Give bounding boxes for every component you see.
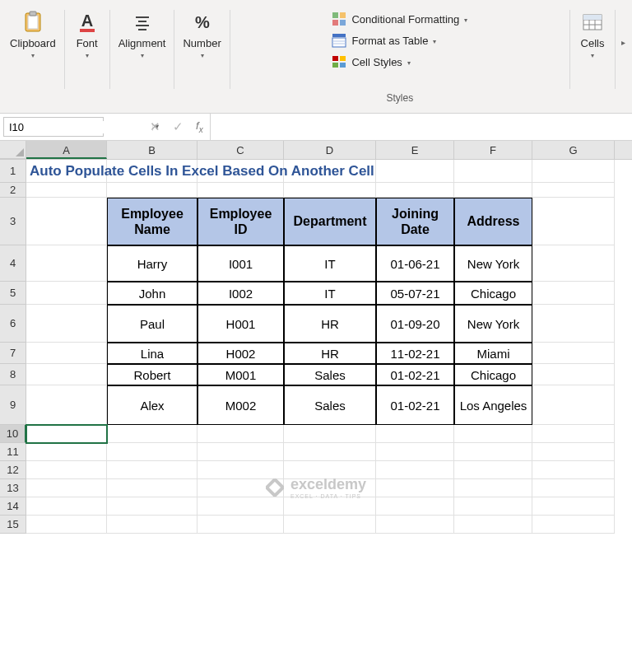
cell-E12[interactable] bbox=[376, 461, 454, 479]
column-header-G[interactable]: G bbox=[532, 141, 615, 159]
row-header-1[interactable]: 1 bbox=[0, 160, 26, 183]
cell-A12[interactable] bbox=[26, 461, 107, 479]
cell-D7[interactable]: HR bbox=[284, 343, 376, 364]
cell-C12[interactable] bbox=[198, 461, 284, 479]
cell-C7[interactable]: H002 bbox=[198, 343, 284, 364]
column-header-E[interactable]: E bbox=[376, 141, 454, 159]
accept-formula-button[interactable]: ✓ bbox=[166, 119, 189, 134]
cell-D5[interactable]: IT bbox=[284, 282, 376, 305]
cell-G7[interactable] bbox=[532, 343, 615, 364]
cell-G11[interactable] bbox=[532, 443, 615, 461]
cell-F6[interactable]: New York bbox=[454, 305, 532, 343]
format-as-table-button[interactable]: Format as Table ▾ bbox=[328, 31, 439, 49]
cancel-formula-button[interactable]: ✕ bbox=[143, 119, 166, 134]
cell-C3[interactable]: Employee ID bbox=[198, 198, 284, 245]
cell-styles-button[interactable]: Cell Styles ▾ bbox=[328, 53, 413, 71]
cell-E5[interactable]: 05-07-21 bbox=[376, 282, 454, 305]
cell-F3[interactable]: Address bbox=[454, 198, 532, 245]
cell-B14[interactable] bbox=[107, 497, 198, 516]
cell-A6[interactable] bbox=[26, 305, 107, 343]
cell-A4[interactable] bbox=[26, 245, 107, 282]
cell-A3[interactable] bbox=[26, 198, 107, 245]
row-header-9[interactable]: 9 bbox=[0, 385, 26, 425]
cell-F8[interactable]: Chicago bbox=[454, 364, 532, 385]
row-header-7[interactable]: 7 bbox=[0, 343, 26, 364]
cell-E10[interactable] bbox=[376, 425, 454, 443]
cell-D9[interactable]: Sales bbox=[284, 385, 376, 425]
cell-B8[interactable]: Robert bbox=[107, 364, 198, 385]
cell-F1[interactable] bbox=[454, 160, 532, 183]
cell-A7[interactable] bbox=[26, 343, 107, 364]
cell-F15[interactable] bbox=[454, 516, 532, 534]
cell-D8[interactable]: Sales bbox=[284, 364, 376, 385]
cell-E14[interactable] bbox=[376, 497, 454, 516]
cells-button[interactable]: Cells ▾ bbox=[579, 5, 606, 59]
cell-C13[interactable] bbox=[198, 479, 284, 497]
cell-G10[interactable] bbox=[532, 425, 615, 443]
cell-D3[interactable]: Department bbox=[284, 198, 376, 245]
cell-D14[interactable] bbox=[284, 497, 376, 516]
cell-B6[interactable]: Paul bbox=[107, 305, 198, 343]
cell-G8[interactable] bbox=[532, 364, 615, 385]
cell-G14[interactable] bbox=[532, 497, 615, 516]
cell-D15[interactable] bbox=[284, 516, 376, 534]
column-header-B[interactable]: B bbox=[107, 141, 198, 159]
cell-B4[interactable]: Harry bbox=[107, 245, 198, 282]
fx-icon[interactable]: fx bbox=[189, 119, 210, 134]
cell-A10[interactable] bbox=[26, 425, 107, 443]
cell-C15[interactable] bbox=[198, 516, 284, 534]
cell-G12[interactable] bbox=[532, 461, 615, 479]
cell-G3[interactable] bbox=[532, 198, 615, 245]
cell-E2[interactable] bbox=[376, 183, 454, 198]
formula-input[interactable] bbox=[210, 114, 632, 140]
cell-F10[interactable] bbox=[454, 425, 532, 443]
cell-G6[interactable] bbox=[532, 305, 615, 343]
cell-E8[interactable]: 01-02-21 bbox=[376, 364, 454, 385]
cell-A15[interactable] bbox=[26, 516, 107, 534]
cell-C4[interactable]: I001 bbox=[198, 245, 284, 282]
row-header-14[interactable]: 14 bbox=[0, 497, 26, 516]
cell-B7[interactable]: Lina bbox=[107, 343, 198, 364]
column-header-C[interactable]: C bbox=[198, 141, 284, 159]
cell-A8[interactable] bbox=[26, 364, 107, 385]
cell-A5[interactable] bbox=[26, 282, 107, 305]
cell-D12[interactable] bbox=[284, 461, 376, 479]
row-header-12[interactable]: 12 bbox=[0, 461, 26, 479]
cell-F7[interactable]: Miami bbox=[454, 343, 532, 364]
cell-F11[interactable] bbox=[454, 443, 532, 461]
cell-C8[interactable]: M001 bbox=[198, 364, 284, 385]
cell-C5[interactable]: I002 bbox=[198, 282, 284, 305]
cell-F14[interactable] bbox=[454, 497, 532, 516]
cell-G1[interactable] bbox=[532, 160, 615, 183]
cell-D6[interactable]: HR bbox=[284, 305, 376, 343]
cell-A9[interactable] bbox=[26, 385, 107, 425]
select-all-corner[interactable] bbox=[0, 141, 26, 159]
cell-C14[interactable] bbox=[198, 497, 284, 516]
cell-A2[interactable] bbox=[26, 183, 107, 198]
cell-G13[interactable] bbox=[532, 479, 615, 497]
cell-D4[interactable]: IT bbox=[284, 245, 376, 282]
cell-F4[interactable]: New York bbox=[454, 245, 532, 282]
alignment-button[interactable]: Alignment ▾ bbox=[118, 5, 166, 59]
cell-C11[interactable] bbox=[198, 443, 284, 461]
row-header-3[interactable]: 3 bbox=[0, 198, 26, 245]
font-button[interactable]: A Font ▾ bbox=[73, 5, 101, 59]
cell-C2[interactable] bbox=[198, 183, 284, 198]
cell-B10[interactable] bbox=[107, 425, 198, 443]
column-header-D[interactable]: D bbox=[284, 141, 376, 159]
cell-F2[interactable] bbox=[454, 183, 532, 198]
cell-E7[interactable]: 11-02-21 bbox=[376, 343, 454, 364]
cell-E4[interactable]: 01-06-21 bbox=[376, 245, 454, 282]
conditional-formatting-button[interactable]: Conditional Formatting ▾ bbox=[328, 10, 471, 28]
cell-B11[interactable] bbox=[107, 443, 198, 461]
cell-G2[interactable] bbox=[532, 183, 615, 198]
row-header-8[interactable]: 8 bbox=[0, 364, 26, 385]
row-header-4[interactable]: 4 bbox=[0, 245, 26, 282]
row-header-15[interactable]: 15 bbox=[0, 516, 26, 534]
cell-G5[interactable] bbox=[532, 282, 615, 305]
row-header-6[interactable]: 6 bbox=[0, 305, 26, 343]
column-header-F[interactable]: F bbox=[454, 141, 532, 159]
cell-E1[interactable] bbox=[376, 160, 454, 183]
cell-D2[interactable] bbox=[284, 183, 376, 198]
cell-F13[interactable] bbox=[454, 479, 532, 497]
